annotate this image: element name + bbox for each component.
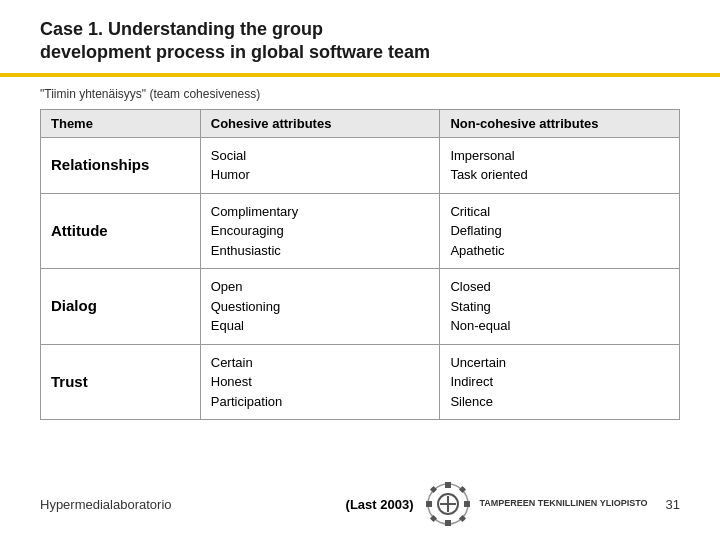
citation-text: (Last 2003) — [346, 497, 414, 512]
cohesiveness-table: Theme Cohesive attributes Non-cohesive a… — [40, 109, 680, 421]
cohesive-cell: ComplimentaryEncouragingEnthusiastic — [200, 193, 440, 269]
svg-rect-8 — [429, 515, 436, 522]
table-row: RelationshipsSocialHumorImpersonalTask o… — [41, 137, 680, 193]
page: Case 1. Understanding the group developm… — [0, 0, 720, 540]
theme-cell: Dialog — [41, 269, 201, 345]
table-row: DialogOpenQuestioningEqualClosedStatingN… — [41, 269, 680, 345]
tut-logo-area: TAMPEREEN TEKNILLINEN YLIOPISTO — [424, 480, 648, 528]
theme-cell: Relationships — [41, 137, 201, 193]
citation-block: (Last 2003) — [346, 497, 414, 512]
noncohesive-cell: ClosedStatingNon-equal — [440, 269, 680, 345]
col-header-theme: Theme — [41, 109, 201, 137]
subtitle: "Tiimin yhtenäisyys" (team cohesiveness) — [0, 77, 720, 109]
theme-cell: Trust — [41, 344, 201, 420]
noncohesive-cell: CriticalDeflatingApathetic — [440, 193, 680, 269]
svg-rect-3 — [445, 520, 451, 526]
cohesive-cell: SocialHumor — [200, 137, 440, 193]
svg-rect-5 — [464, 501, 470, 507]
col-header-noncohesive: Non-cohesive attributes — [440, 109, 680, 137]
theme-cell: Attitude — [41, 193, 201, 269]
svg-rect-4 — [426, 501, 432, 507]
footer-right: (Last 2003) — [346, 480, 680, 528]
noncohesive-cell: ImpersonalTask oriented — [440, 137, 680, 193]
cohesive-cell: CertainHonestParticipation — [200, 344, 440, 420]
table-wrapper: Theme Cohesive attributes Non-cohesive a… — [0, 109, 720, 421]
header: Case 1. Understanding the group developm… — [0, 0, 720, 73]
cohesive-cell: OpenQuestioningEqual — [200, 269, 440, 345]
noncohesive-cell: UncertainIndirectSilence — [440, 344, 680, 420]
svg-rect-9 — [458, 515, 465, 522]
tut-name: TAMPEREEN TEKNILLINEN YLIOPISTO — [480, 498, 648, 510]
slide-title: Case 1. Understanding the group developm… — [40, 18, 680, 65]
table-header-row: Theme Cohesive attributes Non-cohesive a… — [41, 109, 680, 137]
col-header-cohesive: Cohesive attributes — [200, 109, 440, 137]
svg-rect-6 — [429, 486, 436, 493]
footer-left: Hypermedialaboratorio — [40, 497, 172, 512]
tut-gear-icon — [424, 480, 472, 528]
page-number: 31 — [666, 497, 680, 512]
svg-rect-2 — [445, 482, 451, 488]
svg-rect-7 — [458, 486, 465, 493]
table-row: TrustCertainHonestParticipationUncertain… — [41, 344, 680, 420]
footer: Hypermedialaboratorio (Last 2003) — [0, 480, 720, 528]
table-row: AttitudeComplimentaryEncouragingEnthusia… — [41, 193, 680, 269]
